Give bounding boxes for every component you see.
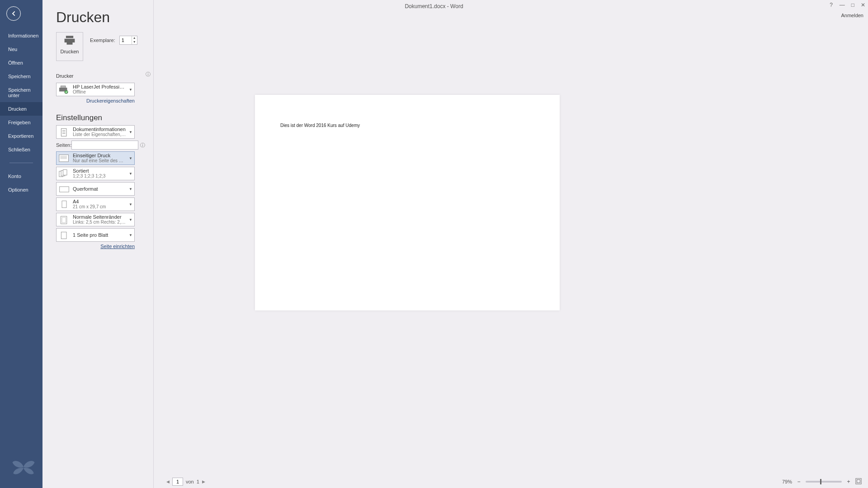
svg-rect-19 (856, 479, 861, 484)
chevron-down-icon: ▼ (129, 218, 132, 222)
chevron-down-icon: ▼ (129, 187, 132, 191)
settings-section-title: Einstellungen (56, 113, 153, 122)
margins-sub: Links: 2,5 cm Rechts: 2,5… (73, 220, 126, 225)
print-panel: Drucken Drucken Exemplare: ▲ ▼ Drucker ⓘ… (42, 0, 154, 488)
window-title: Dokument1.docx - Word (405, 3, 463, 9)
pages-per-sheet-value: 1 Seite pro Blatt (73, 231, 126, 239)
copies-group: Exemplare: ▲ ▼ (90, 36, 137, 45)
zoom-in-button[interactable]: + (845, 479, 852, 485)
current-page-input[interactable] (172, 478, 183, 486)
collate-title: Sortiert (73, 168, 126, 174)
chevron-down-icon: ▼ (129, 88, 132, 92)
svg-rect-7 (59, 155, 69, 161)
total-pages: 1 (197, 479, 199, 484)
sidebar-item-optionen[interactable]: Optionen (0, 183, 42, 197)
svg-rect-15 (62, 201, 66, 208)
page-navigator: ◀ von 1 ▶ (166, 478, 205, 486)
page-of-label: von (186, 479, 194, 484)
preview-text: Dies ist der Word 2016 Kurs auf Udemy (280, 123, 360, 128)
print-button-label: Drucken (57, 49, 83, 54)
one-sided-icon (58, 154, 70, 164)
sidebar-item-schließen[interactable]: Schließen (0, 143, 42, 156)
chevron-down-icon: ▼ (129, 130, 132, 134)
sidebar-item-speichern[interactable]: Speichern (0, 70, 42, 83)
copies-stepper[interactable]: ▲ ▼ (119, 36, 137, 45)
printer-selector[interactable]: HP LaserJet Professional CP… Offline ▼ (56, 83, 135, 96)
restore-icon[interactable]: □ (851, 2, 854, 8)
chevron-down-icon: ▼ (129, 202, 132, 206)
pages-row: Seiten: ⓘ (56, 141, 135, 150)
printer-section-label: Drucker (56, 73, 74, 79)
svg-rect-13 (63, 170, 67, 175)
copies-down-icon[interactable]: ▼ (132, 40, 137, 44)
chevron-down-icon: ▼ (129, 233, 132, 237)
sidebar-item-speichern-unter[interactable]: Speichern unter (0, 83, 42, 102)
document-info-icon (58, 127, 70, 137)
print-what-selector[interactable]: Dokumentinformationen Liste der Eigensch… (56, 125, 135, 139)
sidebar-item-freigeben[interactable]: Freigeben (0, 116, 42, 129)
pages-per-sheet-selector[interactable]: 1 Seite pro Blatt ▼ (56, 228, 135, 242)
svg-point-2 (65, 90, 68, 94)
help-icon[interactable]: ? (830, 2, 833, 8)
printer-status: Offline (73, 89, 126, 94)
sidebar-item-neu[interactable]: Neu (0, 42, 42, 56)
sidebar-item-konto[interactable]: Konto (0, 169, 42, 183)
page-setup-link[interactable]: Seite einrichten (56, 244, 135, 249)
printer-icon (58, 85, 70, 95)
copies-input[interactable] (120, 36, 132, 44)
printer-properties-link[interactable]: Druckereigenschaften (56, 98, 135, 103)
next-page-icon[interactable]: ▶ (202, 479, 205, 484)
margins-icon (58, 215, 70, 225)
orientation-value: Querformat (73, 185, 126, 192)
paper-size-selector[interactable]: A4 21 cm x 29,7 cm ▼ (56, 197, 135, 211)
sidebar-item-öffnen[interactable]: Öffnen (0, 56, 42, 70)
preview-page: Dies ist der Word 2016 Kurs auf Udemy (255, 95, 560, 310)
close-icon[interactable]: ✕ (861, 2, 865, 8)
zoom-to-page-icon[interactable] (855, 478, 862, 485)
copies-up-icon[interactable]: ▲ (132, 36, 137, 40)
pages-label: Seiten: (56, 142, 71, 148)
window-controls: — □ ✕ (840, 2, 865, 8)
svg-rect-18 (61, 232, 66, 239)
zoom-slider[interactable] (806, 481, 842, 483)
svg-rect-1 (61, 86, 66, 88)
print-what-sub: Liste der Eigenschaften, z. B.… (73, 132, 126, 137)
sides-selector[interactable]: Einseitiger Druck Nur auf eine Seite des… (56, 151, 135, 165)
sidebar-divider (9, 163, 33, 163)
paper-title: A4 (73, 199, 126, 204)
svg-rect-3 (61, 129, 66, 136)
sides-sub: Nur auf eine Seite des Blatts… (73, 158, 126, 163)
print-preview-area: Dies ist der Word 2016 Kurs auf Udemy (155, 16, 868, 475)
sidebar-item-informationen[interactable]: Informationen (0, 29, 42, 42)
collate-sub: 1;2;3 1;2;3 1;2;3 (73, 174, 126, 178)
print-button[interactable]: Drucken (56, 32, 83, 61)
landscape-icon (58, 184, 70, 194)
sidebar-item-exportieren[interactable]: Exportieren (0, 129, 42, 143)
chevron-down-icon: ▼ (129, 156, 132, 160)
chevron-down-icon: ▼ (129, 172, 132, 176)
print-what-title: Dokumentinformationen (73, 127, 126, 132)
prev-page-icon[interactable]: ◀ (166, 479, 170, 484)
orientation-selector[interactable]: Querformat ▼ (56, 182, 135, 196)
minimize-icon[interactable]: — (840, 2, 845, 8)
zoom-out-button[interactable]: − (796, 479, 802, 485)
paper-icon (58, 200, 70, 210)
paper-sub: 21 cm x 29,7 cm (73, 204, 126, 209)
svg-rect-20 (857, 480, 860, 483)
printer-section-title: Drucker ⓘ (56, 71, 153, 80)
pages-input[interactable] (71, 141, 138, 150)
collated-icon (58, 169, 70, 179)
printer-info-icon[interactable]: ⓘ (146, 71, 151, 78)
pages-info-icon[interactable]: ⓘ (140, 142, 145, 149)
backstage-sidebar: InformationenNeuÖffnenSpeichernSpeichern… (0, 0, 42, 488)
preview-statusbar: ◀ von 1 ▶ 79% − + (155, 475, 868, 488)
page-title: Drucken (56, 9, 153, 26)
back-button[interactable] (6, 6, 21, 21)
sidebar-item-drucken[interactable]: Drucken (0, 102, 42, 116)
zoom-value: 79% (782, 479, 792, 484)
margins-title: Normale Seitenränder (73, 214, 126, 220)
svg-rect-14 (60, 187, 69, 192)
margins-selector[interactable]: Normale Seitenränder Links: 2,5 cm Recht… (56, 213, 135, 226)
one-page-icon (58, 230, 70, 240)
collate-selector[interactable]: Sortiert 1;2;3 1;2;3 1;2;3 ▼ (56, 167, 135, 180)
